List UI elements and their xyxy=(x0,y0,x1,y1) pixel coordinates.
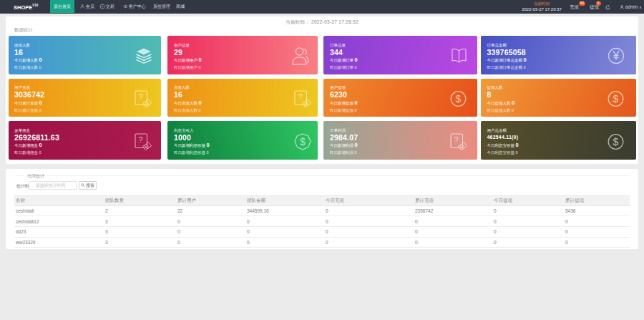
svg-text:$: $ xyxy=(455,93,461,105)
svg-text:?: ? xyxy=(138,135,142,144)
svg-text:$: $ xyxy=(613,93,618,105)
svg-text:?: ? xyxy=(298,92,302,101)
svg-text:$: $ xyxy=(300,136,306,147)
svg-text:?: ? xyxy=(138,92,142,101)
svg-text:?: ? xyxy=(454,135,458,144)
svg-text:$: $ xyxy=(613,136,618,147)
